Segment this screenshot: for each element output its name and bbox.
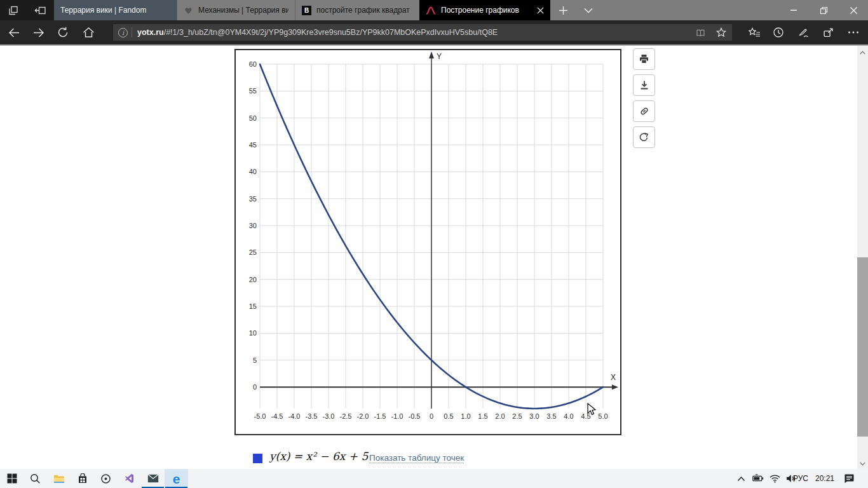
tab-mechanisms[interactable]: Механизмы | Террария вик xyxy=(177,0,295,20)
svg-text:5: 5 xyxy=(253,356,257,364)
svg-text:3.5: 3.5 xyxy=(546,412,556,420)
share-icon[interactable] xyxy=(817,20,839,44)
svg-text:20: 20 xyxy=(249,276,257,283)
scroll-down-icon[interactable] xyxy=(857,458,868,469)
favorites-bar-icon[interactable] xyxy=(743,20,765,44)
divider xyxy=(132,27,132,37)
browser-titlebar: Террария вики | Fandom Механизмы | Терра… xyxy=(0,0,868,20)
web-page-content: XY-5.0-4.5-4.0-3.5-3.0-2.5-2.0-1.5-1.0-0… xyxy=(0,44,868,469)
svg-text:50: 50 xyxy=(249,114,257,122)
url-text: yotx.ru/#!1/3_h/ubZ/tn@0YM4X9t/2j/YP9g30… xyxy=(137,28,690,37)
more-options-icon[interactable] xyxy=(843,20,864,44)
svg-text:60: 60 xyxy=(249,60,257,68)
history-icon[interactable] xyxy=(768,20,789,44)
svg-text:40: 40 xyxy=(249,168,257,175)
language-indicator[interactable]: РУС xyxy=(793,469,808,488)
site-info-icon[interactable]: i xyxy=(118,28,128,37)
svg-text:-4.0: -4.0 xyxy=(288,412,301,420)
download-button[interactable] xyxy=(633,74,655,96)
svg-text:0: 0 xyxy=(430,412,433,420)
forward-icon[interactable] xyxy=(27,20,49,44)
tab-terraria-wiki[interactable]: Террария вики | Fandom xyxy=(54,0,177,20)
home-icon[interactable] xyxy=(78,20,99,44)
tab-title: Построение графиков xyxy=(441,6,532,15)
print-button[interactable] xyxy=(633,48,655,70)
svg-text:1.5: 1.5 xyxy=(478,412,487,420)
show-points-table-link[interactable]: Показать таблицу точек xyxy=(369,453,464,463)
fandom-heart-icon xyxy=(184,6,193,15)
vscode-icon[interactable] xyxy=(118,469,141,488)
new-tab-icon[interactable] xyxy=(550,0,576,20)
clock[interactable]: 20:21 xyxy=(815,469,834,488)
close-tab-icon[interactable] xyxy=(537,7,544,14)
tab-graph-builder-active[interactable]: Построение графиков xyxy=(419,0,550,20)
circular-app-icon[interactable] xyxy=(94,469,118,488)
svg-text:15: 15 xyxy=(249,302,257,310)
svg-text:55: 55 xyxy=(249,87,257,95)
svg-text:25: 25 xyxy=(249,248,257,256)
svg-text:3.0: 3.0 xyxy=(529,412,539,420)
svg-text:X: X xyxy=(611,373,616,382)
action-center-icon[interactable] xyxy=(839,469,859,488)
svg-text:-1.0: -1.0 xyxy=(391,412,403,420)
svg-text:-0.5: -0.5 xyxy=(409,412,421,420)
tab-title: Террария вики | Fandom xyxy=(60,6,146,15)
wifi-icon[interactable] xyxy=(766,469,783,488)
svg-text:10: 10 xyxy=(249,329,257,337)
svg-text:45: 45 xyxy=(249,141,257,149)
svg-text:2.5: 2.5 xyxy=(512,412,522,420)
tab-actions-area xyxy=(0,0,54,20)
export-share-button[interactable] xyxy=(633,126,655,148)
series-color-swatch[interactable] xyxy=(253,454,262,463)
minimize-button[interactable] xyxy=(779,0,808,20)
tab-preview-icon[interactable] xyxy=(8,0,19,20)
close-window-button[interactable] xyxy=(839,0,868,20)
add-favorite-star-icon[interactable] xyxy=(710,22,732,43)
start-button[interactable] xyxy=(0,469,24,488)
battery-charging-icon[interactable] xyxy=(750,469,766,488)
svg-text:4.0: 4.0 xyxy=(564,412,573,420)
svg-text:Y: Y xyxy=(437,52,442,61)
address-bar[interactable]: i yotx.ru/#!1/3_h/ubZ/tn@0YM4X9t/2j/YP9g… xyxy=(113,24,732,41)
svg-text:-4.5: -4.5 xyxy=(271,412,283,420)
browser-navbar: i yotx.ru/#!1/3_h/ubZ/tn@0YM4X9t/2j/YP9g… xyxy=(0,20,868,44)
site-letter-favicon: В xyxy=(302,6,311,15)
refresh-icon[interactable] xyxy=(52,20,74,44)
svg-text:-3.0: -3.0 xyxy=(323,412,335,420)
tab-list-chevron-icon[interactable] xyxy=(576,0,601,20)
url-path: /#!1/3_h/ubZ/tn@0YM4X9t/2j/YP9g309Kre3vr… xyxy=(164,28,498,37)
file-explorer-icon[interactable] xyxy=(47,469,71,488)
back-icon[interactable] xyxy=(3,20,25,44)
tab-title: Механизмы | Террария вик xyxy=(198,6,288,15)
svg-text:-5.0: -5.0 xyxy=(254,412,266,420)
show-hidden-icons-chevron[interactable] xyxy=(732,469,750,488)
url-domain: yotx.ru xyxy=(137,28,164,37)
web-notes-pen-icon[interactable] xyxy=(793,20,815,44)
svg-text:0: 0 xyxy=(253,383,257,391)
edge-browser-icon[interactable]: e xyxy=(165,469,188,488)
maximize-restore-button[interactable] xyxy=(809,0,838,20)
scroll-up-icon[interactable] xyxy=(857,47,868,58)
svg-text:-3.5: -3.5 xyxy=(306,412,318,420)
tab-question[interactable]: В постройте график квадрат xyxy=(295,0,419,20)
svg-text:35: 35 xyxy=(249,195,257,203)
scrollbar-thumb[interactable] xyxy=(857,257,868,437)
svg-text:30: 30 xyxy=(249,222,257,229)
windows-taskbar: e РУС 20:21 xyxy=(0,469,868,488)
yotx-favicon xyxy=(426,6,436,15)
search-button[interactable] xyxy=(24,469,47,488)
function-plot-canvas[interactable]: XY-5.0-4.5-4.0-3.5-3.0-2.5-2.0-1.5-1.0-0… xyxy=(236,50,620,434)
graph-plot-box: XY-5.0-4.5-4.0-3.5-3.0-2.5-2.0-1.5-1.0-0… xyxy=(234,49,621,435)
microsoft-store-icon[interactable] xyxy=(71,469,94,488)
link-button[interactable] xyxy=(633,100,655,122)
set-tabs-aside-icon[interactable] xyxy=(34,0,46,20)
mail-app-icon[interactable] xyxy=(141,469,165,488)
svg-text:-1.5: -1.5 xyxy=(374,412,386,420)
mouse-cursor xyxy=(587,403,600,417)
svg-text:1.0: 1.0 xyxy=(461,412,470,420)
svg-text:-2.5: -2.5 xyxy=(340,412,352,420)
svg-text:2.0: 2.0 xyxy=(495,412,505,420)
page-scrollbar[interactable] xyxy=(857,46,868,470)
edge-logo: e xyxy=(173,472,180,485)
reading-view-icon[interactable] xyxy=(690,22,710,43)
